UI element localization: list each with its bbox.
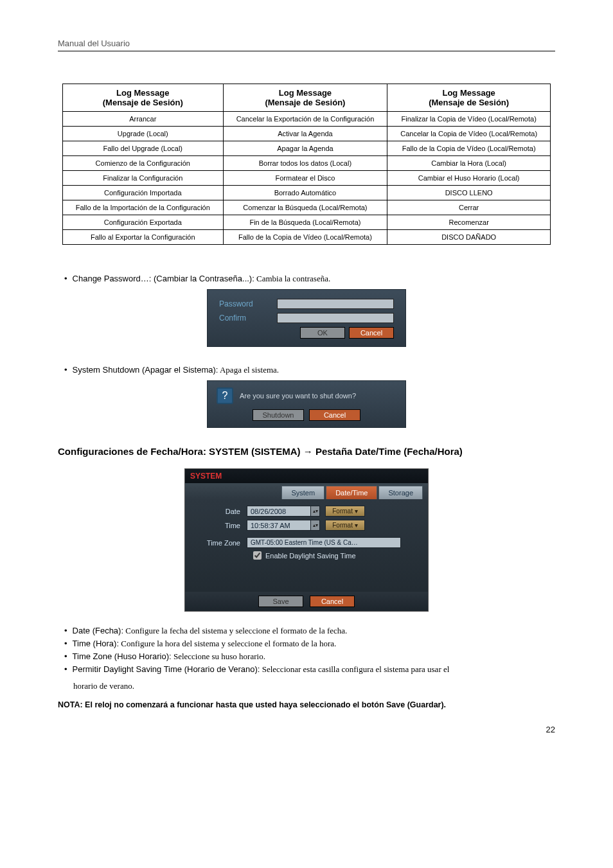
cancel-button[interactable]: Cancel bbox=[309, 409, 360, 421]
table-row: Configuración ExportadaFin de la Búsqued… bbox=[63, 215, 551, 230]
ok-button[interactable]: OK bbox=[300, 327, 345, 339]
dst-checkbox-label: Enable Daylight Saving Time bbox=[265, 552, 356, 560]
system-dialog: SYSTEM System Date/Time Storage Date 08/… bbox=[184, 468, 429, 612]
date-field[interactable]: 08/26/2008 bbox=[247, 506, 311, 517]
dst-checkbox[interactable] bbox=[253, 551, 262, 560]
page-number: 22 bbox=[58, 725, 555, 734]
tab-system[interactable]: System bbox=[281, 486, 324, 499]
shutdown-button[interactable]: Shutdown bbox=[253, 409, 304, 421]
desc-timezone: Time Zone (Huso Horario): Seleccione su … bbox=[64, 651, 555, 662]
table-row: ArrancarCancelar la Exportación de la Co… bbox=[63, 112, 551, 127]
table-row: Upgrade (Local)Activar la AgendaCancelar… bbox=[63, 127, 551, 141]
time-spinner[interactable]: ▴▾ bbox=[311, 520, 320, 531]
note-text: NOTA: El reloj no comenzará a funcionar … bbox=[58, 700, 555, 709]
pw-input-password[interactable] bbox=[277, 299, 394, 309]
desc-time: Time (Hora): Configure la hora del siste… bbox=[64, 639, 555, 649]
format-button-date[interactable]: Format ▾ bbox=[325, 506, 365, 517]
th1: Log Message(Mensaje de Sesión) bbox=[63, 84, 224, 112]
question-icon: ? bbox=[217, 387, 233, 404]
table-row: Comienzo de la ConfiguraciónBorrar todos… bbox=[63, 156, 551, 171]
shutdown-message: Are you sure you want to shut down? bbox=[240, 392, 356, 400]
desc-dst: Permitir Daylight Saving Time (Horario d… bbox=[64, 664, 555, 675]
save-button[interactable]: Save bbox=[258, 596, 303, 607]
dst-checkbox-row: Enable Daylight Saving Time bbox=[253, 551, 418, 560]
log-message-table: Log Message(Mensaje de Sesión) Log Messa… bbox=[62, 84, 551, 245]
label-date: Date bbox=[195, 508, 247, 515]
table-row: Configuración ImportadaBorrado Automátic… bbox=[63, 186, 551, 200]
shutdown-dialog: ? Are you sure you want to shut down? Sh… bbox=[207, 380, 406, 428]
description-list: Date (Fecha): Configure la fecha del sis… bbox=[64, 626, 555, 675]
tab-storage[interactable]: Storage bbox=[378, 486, 423, 499]
th3: Log Message(Mensaje de Sesión) bbox=[387, 84, 551, 112]
table-row: Fallo del Upgrade (Local)Apagar la Agend… bbox=[63, 141, 551, 156]
dialog-titlebar: SYSTEM bbox=[185, 469, 428, 483]
th2: Log Message(Mensaje de Sesión) bbox=[223, 84, 387, 112]
pw-label-confirm: Confirm bbox=[219, 314, 277, 323]
table-row: Fallo de la Importación de la Configurac… bbox=[63, 200, 551, 215]
table-row: Fallo al Exportar la ConfiguraciónFallo … bbox=[63, 230, 551, 245]
tab-row: System Date/Time Storage bbox=[185, 483, 428, 499]
section-heading: Configuraciones de Fecha/Hora: SYSTEM (S… bbox=[58, 446, 555, 457]
label-timezone: Time Zone bbox=[195, 539, 247, 547]
header-rule bbox=[58, 51, 555, 51]
timezone-field[interactable]: GMT-05:00 Eastern Time (US & Ca… bbox=[247, 537, 401, 548]
cancel-button[interactable]: Cancel bbox=[349, 327, 394, 339]
header-title: Manual del Usuario bbox=[58, 39, 555, 48]
time-field[interactable]: 10:58:37 AM bbox=[247, 520, 311, 531]
date-spinner[interactable]: ▴▾ bbox=[311, 506, 320, 517]
bullet-change-password: Change Password…: (Cambiar la Contraseña… bbox=[64, 274, 555, 284]
table-row: Finalizar la ConfiguraciónFormatear el D… bbox=[63, 171, 551, 186]
bullet-shutdown: System Shutdown (Apagar el Sistema): Apa… bbox=[64, 365, 555, 375]
desc-dst-cont: horario de verano. bbox=[73, 681, 555, 691]
label-time: Time bbox=[195, 522, 247, 529]
password-dialog: Password Confirm OK Cancel bbox=[207, 289, 406, 347]
desc-date: Date (Fecha): Configure la fecha del sis… bbox=[64, 626, 555, 636]
tab-datetime[interactable]: Date/Time bbox=[326, 486, 377, 499]
cancel-button[interactable]: Cancel bbox=[310, 596, 355, 607]
pw-label-password: Password bbox=[219, 299, 277, 308]
pw-input-confirm[interactable] bbox=[277, 313, 394, 323]
format-button-time[interactable]: Format ▾ bbox=[325, 520, 365, 531]
